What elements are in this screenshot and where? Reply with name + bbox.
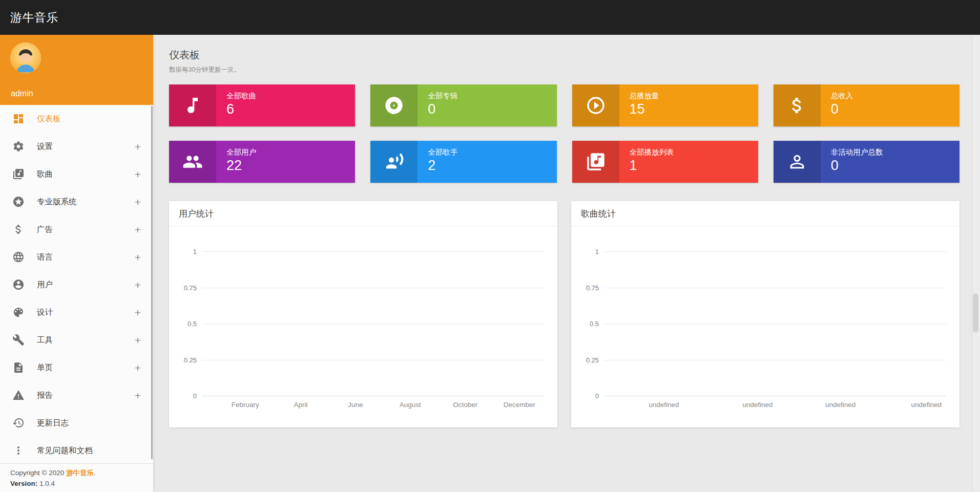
sidebar-item-label: 设计	[37, 307, 135, 318]
y-axis-tick-label: 0.5	[173, 320, 197, 328]
sidebar-scrollbar-thumb[interactable]	[151, 106, 153, 459]
sidebar-item-8[interactable]: 工具+	[0, 326, 153, 354]
stat-card-5: 全部歌手2	[370, 141, 556, 183]
y-axis-tick-label: 0	[173, 392, 197, 400]
avatar	[10, 42, 41, 73]
stat-card-value: 6	[226, 102, 256, 117]
y-axis-tick-label: 0.5	[575, 320, 599, 328]
person-circle-icon	[12, 279, 25, 291]
sidebar-item-2[interactable]: 歌曲+	[0, 160, 153, 188]
stat-card-icon-area	[572, 84, 619, 126]
sidebar-item-label: 设置	[37, 141, 135, 152]
expand-plus-icon: +	[135, 390, 141, 401]
sidebar: admin 仪表板设置+歌曲+专业版系统+广告+语言+用户+设计+工具+单页+报…	[0, 35, 153, 492]
footer-brand-link[interactable]: 游牛音乐	[66, 469, 94, 477]
sidebar-item-11[interactable]: 更新日志	[0, 409, 153, 437]
stat-card-value: 22	[226, 158, 256, 174]
star-circle-icon	[12, 196, 25, 208]
stat-card-value: 2	[428, 158, 457, 174]
warning-icon	[12, 389, 25, 401]
sidebar-item-3[interactable]: 专业版系统+	[0, 188, 153, 216]
expand-plus-icon: +	[135, 224, 141, 235]
history-icon	[12, 417, 25, 429]
stat-card-2: 总播放量15	[572, 84, 758, 126]
y-axis-tick-label: 0.75	[575, 284, 599, 291]
music-note-icon	[182, 95, 203, 116]
library-music-icon	[12, 168, 25, 180]
main-scrollbar-track	[971, 35, 980, 492]
stat-card-label: 全部播放列表	[630, 148, 674, 157]
sidebar-item-5[interactable]: 语言+	[0, 243, 153, 271]
stat-card-value: 0	[831, 102, 853, 117]
y-axis-tick-label: 1	[173, 248, 197, 255]
expand-plus-icon: +	[135, 197, 141, 207]
sidebar-item-12[interactable]: 常见问题和文档	[0, 437, 153, 463]
gridline	[202, 396, 544, 396]
x-axis-tick-label: undefined	[825, 401, 856, 409]
gridline	[202, 324, 544, 324]
chart-body: 10.750.50.250FebruaryAprilJuneAugustOcto…	[169, 226, 557, 427]
page-icon	[12, 361, 25, 374]
gridline	[202, 360, 544, 360]
x-axis-tick-label: August	[400, 401, 421, 409]
stat-card-label: 非活动用户总数	[831, 148, 883, 157]
sidebar-item-0[interactable]: 仪表板	[0, 105, 153, 133]
version-text: Version: 1.0.4	[10, 480, 153, 487]
y-axis-tick-label: 0.75	[173, 284, 197, 291]
sidebar-footer: Copyright © 2020 游牛音乐. Version: 1.0.4	[0, 463, 153, 492]
sidebar-item-label: 报告	[37, 390, 135, 401]
chart-body: 10.750.50.250undefinedundefinedundefined…	[571, 226, 960, 427]
gridline	[604, 324, 946, 324]
sidebar-menu: 仪表板设置+歌曲+专业版系统+广告+语言+用户+设计+工具+单页+报告+更新日志…	[0, 105, 153, 463]
main-scrollbar-thumb[interactable]	[973, 293, 978, 332]
album-icon	[384, 95, 404, 116]
top-navbar: 游牛音乐	[0, 0, 980, 35]
stat-card-value: 0	[831, 158, 883, 174]
expand-plus-icon: +	[135, 362, 141, 373]
stat-card-icon-area	[774, 84, 821, 126]
brand-logo[interactable]: 游牛音乐	[10, 10, 58, 26]
stat-card-4: 全部用户22	[169, 141, 355, 183]
stat-card-label: 全部歌曲	[226, 92, 256, 100]
sidebar-item-label: 常见问题和文档	[37, 445, 141, 456]
sidebar-item-label: 歌曲	[37, 169, 135, 180]
sidebar-item-label: 用户	[37, 280, 135, 290]
sidebar-item-6[interactable]: 用户+	[0, 271, 153, 298]
page-subtitle: 数据每30分钟更新一次。	[169, 66, 960, 74]
stat-card-icon-area	[169, 141, 216, 183]
stat-card-0: 全部歌曲6	[169, 84, 355, 126]
copyright-suffix: .	[94, 469, 96, 477]
sidebar-item-4[interactable]: 广告+	[0, 216, 153, 243]
people-icon	[182, 152, 203, 172]
y-axis-tick-label: 1	[575, 248, 599, 255]
x-axis-tick-label: April	[294, 401, 308, 409]
stat-card-value: 15	[630, 102, 659, 117]
sidebar-item-7[interactable]: 设计+	[0, 298, 153, 326]
sidebar-item-9[interactable]: 单页+	[0, 354, 153, 381]
chart-card-0: 用户统计10.750.50.250FebruaryAprilJuneAugust…	[169, 201, 557, 427]
dollar-icon	[787, 95, 807, 116]
stat-card-label: 全部歌手	[428, 148, 457, 157]
chart-plot-area: 10.750.50.250FebruaryAprilJuneAugustOcto…	[202, 251, 544, 396]
version-label: Version:	[10, 480, 37, 487]
stat-card-value: 1	[630, 158, 674, 174]
stat-card-label: 全部用户	[226, 148, 256, 157]
sidebar-item-10[interactable]: 报告+	[0, 381, 153, 409]
y-axis-tick-label: 0.25	[173, 356, 197, 363]
more-vert-icon	[12, 444, 25, 457]
gridline	[604, 396, 946, 396]
globe-icon	[12, 251, 25, 263]
sidebar-item-1[interactable]: 设置+	[0, 133, 153, 160]
stat-card-icon-area	[370, 141, 418, 183]
sidebar-item-label: 语言	[37, 252, 135, 263]
x-axis-tick-label: June	[348, 401, 363, 409]
gridline	[604, 360, 946, 360]
copyright-prefix: Copyright © 2020	[10, 469, 66, 477]
charts-grid: 用户统计10.750.50.250FebruaryAprilJuneAugust…	[169, 201, 960, 427]
page-title: 仪表板	[169, 48, 960, 62]
chart-title: 歌曲统计	[571, 201, 960, 226]
library-music-icon	[586, 152, 606, 172]
gridline	[604, 288, 946, 288]
gridline	[604, 251, 946, 252]
version-value: 1.0.4	[39, 480, 55, 487]
